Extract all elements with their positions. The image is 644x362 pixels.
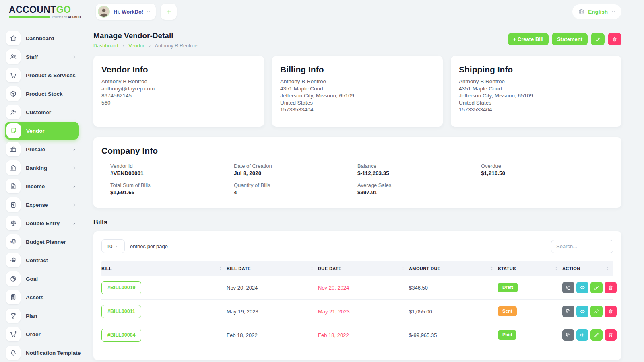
breadcrumb-dashboard[interactable]: Dashboard [93,43,118,49]
info-line: anthony@dayrep.com [101,85,256,93]
bill-link[interactable]: #BILL00004 [101,329,141,342]
sidebar-item-vendor[interactable]: Vendor [5,122,79,140]
delete-vendor-button[interactable] [608,33,621,45]
page-head-left: Manage Vendor-Detail Dashboard Vendor An… [93,31,197,49]
sidebar-item-label: Vendor [26,128,45,134]
sidebar-item-banking[interactable]: Banking [0,158,85,177]
column-header-due-date[interactable]: DUE DATE [318,266,409,272]
create-bill-button[interactable]: + Create Bill [508,33,549,45]
sort-icon [605,266,610,272]
info-line: Jefferson City, Missouri, 65109 [459,92,613,99]
view-button[interactable] [576,306,588,317]
sidebar-item-customer[interactable]: Customer [0,103,85,121]
view-button[interactable] [576,282,588,293]
sidebar-item-expense[interactable]: Expense [0,195,85,214]
copy-icon [566,309,571,314]
entries-per-page-value: 10 [107,243,112,249]
duplicate-button[interactable] [562,282,574,293]
entries-per-page-select[interactable]: 10 [101,239,125,253]
delete-button[interactable] [605,282,617,293]
avatar [98,6,110,18]
sidebar-item-product-stock[interactable]: Product Stock [0,84,85,103]
info-line: United States [280,99,435,107]
bill-cell: #BILL00004 [101,329,227,342]
table-row: #BILL00019Nov 20, 2024Nov 20, 2024$346.5… [101,276,613,300]
table-header-row: BILLBILL DATEDUE DATEAMOUNT DUESTATUSACT… [101,261,613,276]
sidebar-item-label: Product Stock [26,91,63,97]
sidebar-item-plan[interactable]: Plan [0,306,85,325]
bills-heading: Bills [93,218,621,226]
sidebar-item-order[interactable]: Order [0,325,85,343]
sidebar-item-goal[interactable]: Goal [0,269,85,288]
company-info-title: Company Info [101,146,613,156]
trophy-icon [6,309,21,323]
company-field-label: Quantity of Bills [234,182,357,188]
pencil-icon [594,309,599,314]
sidebar-item-dashboard[interactable]: Dashboard [0,29,85,47]
vendor-info-lines: Anthony B Renfroeanthony@dayrep.com89745… [101,78,256,106]
column-header-amount-due[interactable]: AMOUNT DUE [409,266,498,272]
language-select[interactable]: English [572,4,621,19]
company-field-overdue: Overdue$1,210.50 [481,163,605,176]
column-header-bill[interactable]: BILL [101,266,227,272]
bell-icon [6,346,21,360]
sort-icon [309,266,315,272]
sidebar-item-staff[interactable]: Staff [0,47,85,66]
breadcrumb-vendor[interactable]: Vendor [128,43,144,49]
quick-add-button[interactable] [161,4,177,20]
search-input[interactable] [551,240,613,253]
sidebar-item-presale[interactable]: Presale [0,140,85,158]
svg-text:$: $ [10,259,12,262]
statement-button[interactable]: Statement [552,33,588,45]
delete-button[interactable] [605,329,617,341]
chevron-down-icon [115,244,120,249]
view-button[interactable] [576,329,588,341]
bill-link[interactable]: #BILL00011 [101,305,141,318]
column-header-bill-date[interactable]: BILL DATE [227,266,318,272]
edit-vendor-button[interactable] [591,33,605,45]
topbar: ACCOUNTGO Powered by WORKDO Hi, WorkDo! … [0,0,644,23]
duplicate-button[interactable] [562,306,574,317]
edit-button[interactable] [590,282,603,293]
sidebar-item-contract[interactable]: $Contract [0,251,85,269]
globe-icon [578,8,585,15]
chevron-right-icon [72,221,76,226]
column-header-action[interactable]: ACTION [562,266,613,272]
sidebar-item-income[interactable]: Income [0,177,85,195]
sidebar-item-label: Assets [26,294,43,300]
table-controls: 10 entries per page [101,239,613,253]
bank-icon [6,142,21,156]
chevron-right-icon [121,44,125,48]
sidebar-item-budget-planner[interactable]: $Budget Planner [0,232,85,251]
sidebar-item-assets[interactable]: Assets [0,288,85,306]
billing-info-lines: Anthony B Renfroe4351 Maple CourtJeffers… [280,78,435,113]
bill-link[interactable]: #BILL00019 [101,281,141,294]
sidebar-item-product-services[interactable]: Product & Services [0,66,85,84]
coins-icon: $ [6,234,21,249]
brand-logo[interactable]: ACCOUNTGO Powered by WORKDO [0,5,85,19]
due-date-cell: May 21, 2023 [318,309,409,315]
delete-button[interactable] [605,306,617,317]
duplicate-button[interactable] [562,329,574,341]
sidebar-item-label: Notification Template [26,350,80,356]
chevron-right-icon [72,184,76,189]
user-menu[interactable]: Hi, WorkDo! [96,4,156,20]
cube-icon [6,86,21,101]
sidebar-item-notification-template[interactable]: Notification Template [0,343,85,362]
chevron-down-icon [611,9,616,14]
column-header-status[interactable]: STATUS [498,266,562,272]
sidebar-item-label: Banking [26,165,47,171]
column-header-label: BILL DATE [227,266,251,271]
info-line: Anthony B Renfroe [280,78,435,85]
edit-button[interactable] [590,329,603,341]
company-field-label: Balance [357,163,481,169]
status-cell: Draft [498,283,562,292]
info-line: 560 [101,99,256,107]
trash-icon [608,332,613,338]
sidebar-item-label: Contract [26,257,48,263]
company-field-value: $1,210.50 [481,170,605,176]
due-date-cell: Feb 18, 2022 [318,332,409,338]
edit-button[interactable] [590,306,603,317]
amount-due-cell: $1,055.00 [409,309,498,315]
sidebar-item-double-entry[interactable]: Double Entry [0,214,85,232]
